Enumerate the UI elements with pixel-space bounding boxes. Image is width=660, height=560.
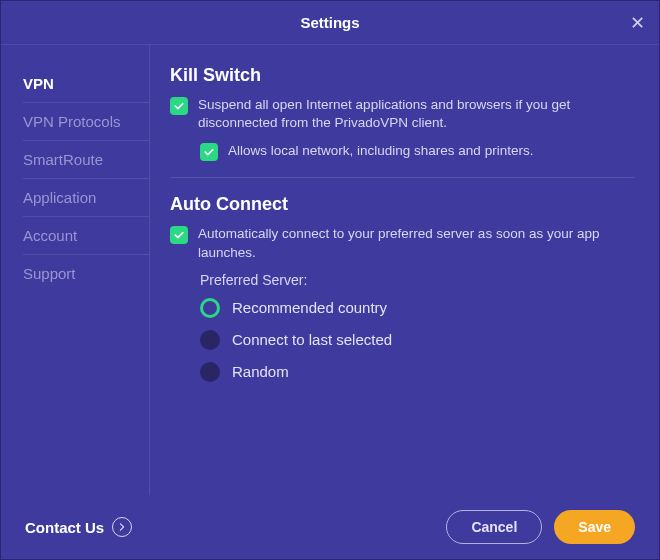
- killswitch-local-label: Allows local network, including shares a…: [228, 142, 533, 160]
- content: VPN VPN Protocols SmartRoute Application…: [1, 45, 659, 495]
- killswitch-title: Kill Switch: [170, 65, 635, 86]
- sidebar-item-label: VPN Protocols: [23, 113, 121, 130]
- checkbox-checked-icon[interactable]: [200, 143, 218, 161]
- main-panel: Kill Switch Suspend all open Internet ap…: [149, 45, 659, 495]
- checkbox-checked-icon[interactable]: [170, 97, 188, 115]
- sidebar-item-label: VPN: [23, 75, 54, 92]
- save-button[interactable]: Save: [554, 510, 635, 544]
- sidebar-item-label: Application: [23, 189, 96, 206]
- divider: [170, 177, 635, 178]
- radio-random[interactable]: Random: [200, 362, 635, 382]
- radio-last-selected[interactable]: Connect to last selected: [200, 330, 635, 350]
- radio-label: Connect to last selected: [232, 331, 392, 348]
- killswitch-suspend-label: Suspend all open Internet applications a…: [198, 96, 635, 132]
- radio-unselected-icon[interactable]: [200, 362, 220, 382]
- sidebar-item-vpn-protocols[interactable]: VPN Protocols: [23, 103, 149, 141]
- killswitch-local-row[interactable]: Allows local network, including shares a…: [170, 142, 635, 161]
- radio-selected-icon[interactable]: [200, 298, 220, 318]
- sidebar: VPN VPN Protocols SmartRoute Application…: [1, 45, 149, 495]
- close-icon[interactable]: ✕: [630, 14, 645, 32]
- radio-label: Recommended country: [232, 299, 387, 316]
- sidebar-item-application[interactable]: Application: [23, 179, 149, 217]
- radio-unselected-icon[interactable]: [200, 330, 220, 350]
- autoconnect-desc: Automatically connect to your preferred …: [198, 225, 635, 261]
- chevron-right-icon: [112, 517, 132, 537]
- contact-us-label: Contact Us: [25, 519, 104, 536]
- contact-us-link[interactable]: Contact Us: [25, 517, 132, 537]
- preferred-server-label: Preferred Server:: [200, 272, 635, 288]
- page-title: Settings: [300, 14, 359, 31]
- cancel-button[interactable]: Cancel: [446, 510, 542, 544]
- sidebar-item-support[interactable]: Support: [23, 255, 149, 292]
- sidebar-item-label: Support: [23, 265, 76, 282]
- checkbox-checked-icon[interactable]: [170, 226, 188, 244]
- footer: Contact Us Cancel Save: [1, 495, 659, 559]
- radio-label: Random: [232, 363, 289, 380]
- footer-buttons: Cancel Save: [446, 510, 635, 544]
- killswitch-suspend-row[interactable]: Suspend all open Internet applications a…: [170, 96, 635, 132]
- sidebar-item-account[interactable]: Account: [23, 217, 149, 255]
- sidebar-item-label: SmartRoute: [23, 151, 103, 168]
- autoconnect-title: Auto Connect: [170, 194, 635, 215]
- autoconnect-row[interactable]: Automatically connect to your preferred …: [170, 225, 635, 261]
- sidebar-item-label: Account: [23, 227, 77, 244]
- radio-recommended-country[interactable]: Recommended country: [200, 298, 635, 318]
- header: Settings ✕: [1, 1, 659, 45]
- sidebar-item-smartroute[interactable]: SmartRoute: [23, 141, 149, 179]
- sidebar-item-vpn[interactable]: VPN: [23, 65, 149, 103]
